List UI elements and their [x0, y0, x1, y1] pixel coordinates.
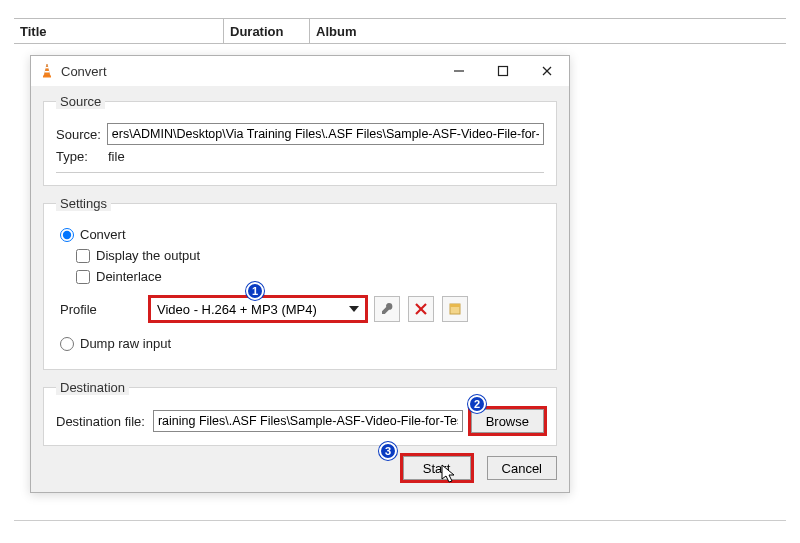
- x-red-icon: [415, 303, 427, 315]
- profile-delete-button[interactable]: [408, 296, 434, 322]
- browse-button[interactable]: Browse: [471, 409, 544, 433]
- display-output-label: Display the output: [96, 248, 200, 263]
- display-output-row[interactable]: Display the output: [76, 248, 544, 263]
- wrench-icon: [380, 302, 394, 316]
- source-divider: [56, 172, 544, 173]
- convert-radio-row[interactable]: Convert: [60, 227, 544, 242]
- svg-marker-13: [442, 465, 454, 482]
- maximize-button[interactable]: [481, 56, 525, 86]
- close-button[interactable]: [525, 56, 569, 86]
- badge-1: 1: [246, 282, 264, 300]
- destination-input[interactable]: [153, 410, 463, 432]
- convert-radio[interactable]: [60, 228, 74, 242]
- destination-label: Destination file:: [56, 414, 145, 429]
- type-value: file: [108, 149, 125, 164]
- col-album[interactable]: Album: [310, 19, 786, 43]
- playlist-header-row: Title Duration Album: [14, 18, 786, 44]
- profile-edit-button[interactable]: [374, 296, 400, 322]
- badge-2: 2: [468, 395, 486, 413]
- bottom-divider: [14, 520, 786, 521]
- dump-raw-row[interactable]: Dump raw input: [60, 336, 544, 351]
- source-group: Source Source: Type: file: [43, 94, 557, 186]
- deinterlace-checkbox[interactable]: [76, 270, 90, 284]
- chevron-down-icon: [347, 302, 361, 316]
- dialog-actions: 3 Start Cancel: [43, 456, 557, 480]
- display-output-checkbox[interactable]: [76, 249, 90, 263]
- profile-label: Profile: [60, 302, 150, 317]
- dump-raw-label: Dump raw input: [80, 336, 171, 351]
- deinterlace-label: Deinterlace: [96, 269, 162, 284]
- svg-rect-1: [43, 76, 51, 78]
- convert-radio-label: Convert: [80, 227, 126, 242]
- destination-legend: Destination: [56, 380, 129, 395]
- svg-rect-3: [45, 71, 50, 73]
- profile-select-value: Video - H.264 + MP3 (MP4): [157, 302, 317, 317]
- settings-group: Settings Convert Display the output Dein…: [43, 196, 557, 370]
- settings-legend: Settings: [56, 196, 111, 211]
- cursor-icon: [441, 464, 457, 484]
- minimize-button[interactable]: [437, 56, 481, 86]
- type-label: Type:: [56, 149, 102, 164]
- dialog-title: Convert: [61, 64, 437, 79]
- dump-raw-radio[interactable]: [60, 337, 74, 351]
- svg-rect-12: [450, 304, 460, 307]
- svg-rect-5: [499, 67, 508, 76]
- col-duration[interactable]: Duration: [224, 19, 310, 43]
- cancel-button[interactable]: Cancel: [487, 456, 557, 480]
- profile-select[interactable]: Video - H.264 + MP3 (MP4): [150, 297, 366, 321]
- svg-marker-8: [349, 306, 359, 312]
- destination-group: Destination 2 Destination file: Browse: [43, 380, 557, 446]
- col-title[interactable]: Title: [14, 19, 224, 43]
- convert-dialog: Convert Source Source: Type: file: [30, 55, 570, 493]
- source-legend: Source: [56, 94, 105, 109]
- badge-3: 3: [379, 442, 397, 460]
- svg-marker-0: [44, 64, 50, 76]
- new-profile-icon: [448, 302, 462, 316]
- deinterlace-row[interactable]: Deinterlace: [76, 269, 544, 284]
- title-bar: Convert: [31, 56, 569, 86]
- source-label: Source:: [56, 127, 101, 142]
- profile-new-button[interactable]: [442, 296, 468, 322]
- source-input[interactable]: [107, 123, 544, 145]
- start-button[interactable]: Start: [403, 456, 471, 480]
- svg-rect-2: [45, 67, 48, 68]
- vlc-cone-icon: [39, 63, 55, 79]
